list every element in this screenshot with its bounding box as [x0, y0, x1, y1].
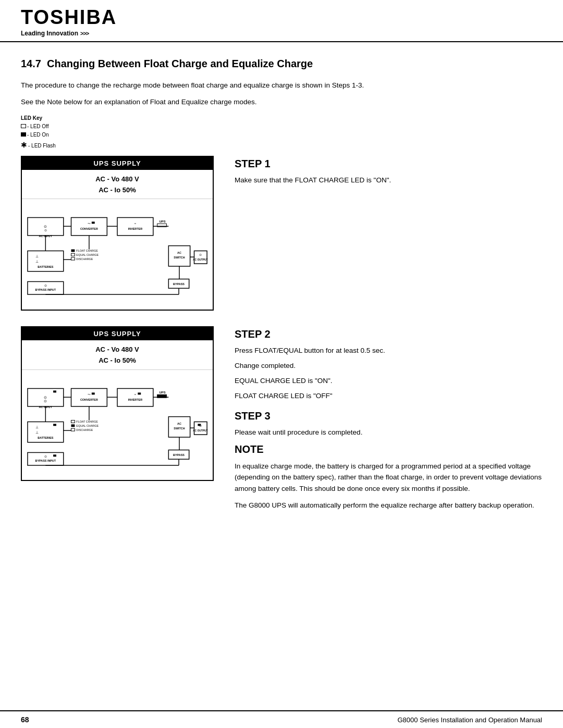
svg-text:EQUAL CHARGE: EQUAL CHARGE	[76, 254, 99, 257]
svg-rect-52	[92, 392, 95, 394]
svg-rect-8	[117, 218, 153, 236]
svg-text:EQUAL CHARGE: EQUAL CHARGE	[76, 424, 99, 427]
svg-rect-29	[194, 251, 207, 264]
svg-text:DISCHARGE: DISCHARGE	[76, 428, 93, 431]
svg-text:FLOAT CHARGE: FLOAT CHARGE	[76, 250, 98, 253]
svg-rect-20	[71, 250, 75, 252]
ups-voltages-2: AC - Vo 480 V AC - Io 50%	[22, 340, 213, 369]
svg-rect-53	[117, 388, 153, 406]
ups-voltages-1: AC - Vo 480 V AC - Io 50%	[22, 170, 213, 199]
svg-rect-83	[53, 454, 56, 456]
step3-heading: STEP 3	[235, 410, 542, 422]
svg-rect-48	[53, 390, 56, 392]
ups-supply-header-2: UPS SUPPLY	[22, 327, 213, 340]
step1-row: UPS SUPPLY AC - Vo 480 V AC - Io 50% ⊙ ⊙…	[21, 156, 542, 311]
svg-rect-79	[198, 424, 201, 426]
svg-text:⊙: ⊙	[44, 225, 47, 229]
step2-text1: Press FLOAT/EQUAL button for at least 0.…	[235, 346, 542, 356]
main-content: 14.7 Changing Between Float Charge and E…	[0, 42, 563, 547]
svg-rect-71	[71, 428, 75, 431]
svg-text:⊥: ⊥	[35, 260, 39, 264]
tagline: Leading Innovation >>>	[21, 30, 542, 37]
svg-text:SWITCH: SWITCH	[174, 256, 185, 260]
svg-text:INVERTER: INVERTER	[128, 398, 142, 401]
svg-text:BATTERIES: BATTERIES	[38, 265, 54, 268]
svg-text:⊥: ⊥	[35, 430, 39, 434]
svg-text:⊥: ⊥	[35, 425, 39, 429]
note-section: NOTE In equalize charge mode, the batter…	[235, 443, 542, 511]
svg-rect-69	[71, 424, 75, 427]
svg-text:DISCHARGE: DISCHARGE	[76, 258, 93, 261]
svg-text:AC OUTPUT: AC OUTPUT	[193, 259, 208, 262]
svg-text:FLOAT CHARGE: FLOAT CHARGE	[76, 420, 98, 423]
step2-3-text-col: STEP 2 Press FLOAT/EQUAL button for at l…	[235, 326, 542, 516]
svg-text:SWITCH: SWITCH	[174, 427, 185, 430]
circuit-diagram-1: ⊙ ⊙ AC INPUT 〜 CONVERTER ≈ INVERTER	[22, 199, 213, 310]
svg-rect-76	[194, 422, 207, 435]
svg-text:⊥: ⊥	[35, 255, 39, 258]
note-heading: NOTE	[235, 443, 542, 455]
svg-text:BYPASS INPUT: BYPASS INPUT	[35, 459, 56, 462]
svg-text:⊙: ⊙	[199, 254, 202, 257]
svg-rect-49	[71, 388, 107, 406]
svg-text:BYPASS: BYPASS	[173, 283, 185, 286]
svg-text:⊙: ⊙	[44, 229, 47, 232]
page-footer: 68 G8000 Series Installation and Operati…	[0, 710, 563, 728]
diagram2-col: UPS SUPPLY AC - Vo 480 V AC - Io 50% ⊙ ⊙…	[21, 326, 219, 481]
step2-text3: EQUAL CHARGE LED is "ON".	[235, 376, 542, 387]
svg-rect-4	[71, 218, 107, 236]
page-header: TOSHIBA Leading Innovation >>>	[0, 0, 563, 42]
circuit-svg-1: ⊙ ⊙ AC INPUT 〜 CONVERTER ≈ INVERTER	[25, 202, 210, 305]
step1-text: Make sure that the FLOAT CHARGE LED is "…	[235, 175, 542, 186]
svg-text:CONVERTER: CONVERTER	[80, 228, 98, 231]
svg-rect-22	[71, 254, 75, 256]
step2-text4: FLOAT CHARGE LED is "OFF"	[235, 391, 542, 402]
svg-text:BATTERIES: BATTERIES	[38, 436, 54, 439]
step2-row: UPS SUPPLY AC - Vo 480 V AC - Io 50% ⊙ ⊙…	[21, 326, 542, 516]
svg-text:BYPASS: BYPASS	[173, 453, 185, 456]
ups-supply-box-2: UPS SUPPLY AC - Vo 480 V AC - Io 50% ⊙ ⊙…	[21, 326, 214, 481]
led-key: LED Key - LED Off - LED On ✱- LED Flash	[21, 114, 542, 151]
step1-heading: STEP 1	[235, 158, 542, 170]
svg-text:〜: 〜	[88, 393, 91, 396]
svg-text:INVERTER: INVERTER	[128, 228, 142, 231]
step2-text2: Change completed.	[235, 361, 542, 372]
circuit-svg-2: ⊙ ⊙ AC INPUT 〜 CONVERTER ≈ INVERTER	[25, 373, 210, 476]
intro-paragraph-2: See the Note below for an explanation of…	[21, 97, 542, 107]
section-title: 14.7 Changing Between Float Charge and E…	[21, 58, 542, 70]
svg-rect-7	[92, 222, 95, 224]
svg-rect-56	[138, 392, 141, 394]
svg-text:AC: AC	[177, 252, 181, 255]
intro-paragraph-1: The procedure to change the recharge mod…	[21, 80, 542, 91]
circuit-diagram-2: ⊙ ⊙ AC INPUT 〜 CONVERTER ≈ INVERTER	[22, 369, 213, 480]
note-text1: In equalize charge mode, the battery is …	[235, 461, 542, 495]
svg-text:AC OUTPUT: AC OUTPUT	[193, 429, 208, 432]
svg-text:CONVERTER: CONVERTER	[80, 398, 98, 401]
svg-text:〜: 〜	[88, 223, 91, 226]
step3-text: Please wait until procedure is completed…	[235, 427, 542, 438]
ups-supply-header-1: UPS SUPPLY	[22, 157, 213, 170]
ups-supply-box-1: UPS SUPPLY AC - Vo 480 V AC - Io 50% ⊙ ⊙…	[21, 156, 214, 311]
svg-text:≈: ≈	[134, 223, 137, 226]
diagram1-col: UPS SUPPLY AC - Vo 480 V AC - Io 50% ⊙ ⊙…	[21, 156, 219, 311]
toshiba-logo: TOSHIBA	[21, 6, 542, 29]
svg-text:UPS: UPS	[159, 391, 165, 394]
svg-text:⊙: ⊙	[44, 285, 47, 288]
page-number: 68	[21, 715, 29, 724]
manual-title: G8000 Series Installation and Operation …	[397, 716, 542, 724]
step1-text-col: STEP 1 Make sure that the FLOAT CHARGE L…	[235, 156, 542, 190]
svg-text:⊙: ⊙	[44, 455, 47, 458]
svg-text:UPS: UPS	[159, 220, 165, 224]
svg-rect-66	[53, 424, 56, 426]
svg-text:≈: ≈	[134, 393, 137, 396]
svg-text:⊙: ⊙	[44, 399, 47, 403]
svg-text:BYPASS INPUT: BYPASS INPUT	[35, 289, 56, 292]
step2-heading: STEP 2	[235, 328, 542, 340]
note-text2: The G8000 UPS will automatically perform…	[235, 500, 542, 511]
svg-rect-67	[71, 420, 75, 423]
svg-text:AC: AC	[177, 422, 181, 425]
svg-rect-24	[71, 258, 75, 261]
